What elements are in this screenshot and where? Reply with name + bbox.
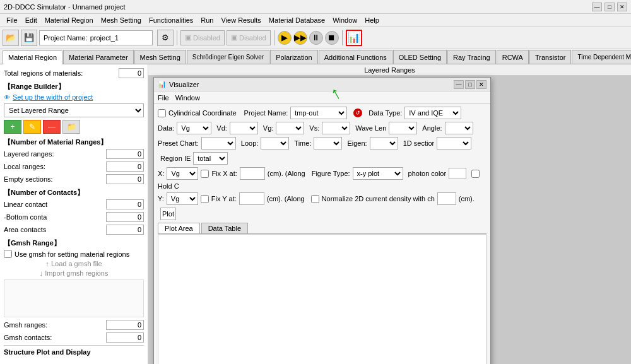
folder-range-btn[interactable]: 📁 <box>62 120 80 134</box>
time-select[interactable] <box>314 137 342 150</box>
delete-range-btn[interactable]: — <box>43 120 61 134</box>
total-regions-label: Total regions of materials: <box>4 69 119 77</box>
menu-mesh-setting[interactable]: Mesh Setting <box>97 16 145 25</box>
normalize-input[interactable] <box>437 192 456 205</box>
id-sector-label: 1D sectior <box>403 139 435 147</box>
maximize-btn[interactable]: □ <box>604 3 615 11</box>
run-pause-btn[interactable]: ⏸ <box>309 31 323 45</box>
toolbar-project: Project Name: project_1 <box>39 30 153 45</box>
photon-color-box[interactable] <box>449 168 466 179</box>
tab-schrodinger[interactable]: Schrödinger Eigen Solver <box>187 50 269 64</box>
add-range-btn[interactable]: + <box>4 120 21 134</box>
gmsh-checkbox[interactable] <box>4 250 12 258</box>
tab-material-parameter[interactable]: Material Parameter <box>63 50 134 64</box>
minimize-btn[interactable]: — <box>592 3 602 11</box>
tab-time-dependent[interactable]: Time Dependent Module <box>572 50 631 64</box>
tab-ray-tracing[interactable]: Ray Tracing <box>447 50 496 64</box>
range-builder-header: 【Range Builder】 <box>4 82 144 91</box>
gmsh-contacts-input[interactable] <box>106 332 144 343</box>
tab-additional-functions[interactable]: Additional Functions <box>319 50 392 64</box>
run-stop-btn[interactable]: ⏹ <box>325 31 339 45</box>
tab-polarization[interactable]: Polarization <box>270 50 317 64</box>
vd-select[interactable] <box>230 122 258 134</box>
empty-sections-label: Empty sections: <box>4 175 106 183</box>
toolbar-disabled-btn-2[interactable]: ▣ Disabled <box>227 30 271 45</box>
fix-y-input[interactable] <box>239 192 264 205</box>
vis-tab-data-table[interactable]: Data Table <box>201 223 248 233</box>
area-contacts-input[interactable] <box>106 225 144 235</box>
toolbar-settings-btn[interactable]: ⚙ <box>157 30 174 46</box>
toolbar-open-btn[interactable]: 📂 <box>3 30 19 46</box>
structure-plot-label: Structure Plot and Display <box>4 348 91 356</box>
empty-sections-input[interactable] <box>106 174 144 184</box>
import-gmsh-btn[interactable]: ↓ Import gmsh regions <box>4 269 144 277</box>
vis-minimize-btn[interactable]: — <box>454 80 464 89</box>
total-regions-input[interactable] <box>119 68 144 78</box>
vg-select[interactable] <box>276 122 304 134</box>
toolbar: 📂 💾 Project Name: project_1 ⚙ ▣ Disabled… <box>0 26 631 49</box>
red-refresh-icon[interactable]: ↺ <box>353 109 362 117</box>
menu-window[interactable]: Window <box>329 16 361 25</box>
gmsh-range-header: 【Gmsh Range】 <box>4 238 144 248</box>
toolbar-save-btn[interactable]: 💾 <box>21 30 37 46</box>
menu-material-region[interactable]: Material Region <box>41 16 97 25</box>
tab-transistor[interactable]: Transistor <box>529 50 572 64</box>
eigen-select[interactable] <box>370 137 398 150</box>
menu-functionalities[interactable]: Functionalities <box>145 16 197 25</box>
vis-tab-plot-area[interactable]: Plot Area <box>158 223 200 233</box>
id-sector-select[interactable] <box>437 137 471 150</box>
loop-select[interactable] <box>261 137 289 150</box>
vis-menu-file[interactable]: File <box>158 94 169 102</box>
data-select[interactable]: Vg <box>177 122 211 134</box>
vs-select[interactable] <box>322 122 350 134</box>
menu-file[interactable]: File <box>3 16 21 25</box>
run-fast-btn[interactable]: ▶▶ <box>293 31 307 45</box>
tab-mesh-setting[interactable]: Mesh Setting <box>134 50 186 64</box>
toolbar-disabled-btn-1[interactable]: ▣ Disabled <box>180 30 225 45</box>
x-select[interactable]: Vg <box>167 167 198 180</box>
wavelen-select[interactable] <box>389 122 417 134</box>
region-id-select[interactable]: total <box>193 152 228 165</box>
menu-material-database[interactable]: Material Database <box>265 16 329 25</box>
gmsh-ranges-input[interactable] <box>106 320 144 330</box>
layered-ranges-input[interactable] <box>106 149 144 159</box>
project-name-select[interactable]: tmp-out <box>290 107 347 119</box>
fix-y-checkbox[interactable] <box>201 195 209 203</box>
bottom-contact-input[interactable] <box>106 212 144 222</box>
tab-rcwa[interactable]: RCWA <box>497 50 529 64</box>
load-gmsh-btn[interactable]: ↑ Load a gmsh file <box>4 260 144 267</box>
run-play-btn[interactable]: ▶ <box>278 31 292 45</box>
linear-contact-input[interactable] <box>106 199 144 209</box>
fix-x-checkbox[interactable] <box>201 170 209 178</box>
linear-contact-row: Linear contact <box>4 199 144 209</box>
menu-view-results[interactable]: View Results <box>217 16 264 25</box>
data-type-select[interactable]: IV and IQE <box>404 107 461 119</box>
menu-help[interactable]: Help <box>361 16 383 25</box>
y-select[interactable]: Vg <box>167 192 198 205</box>
hold-c-checkbox[interactable] <box>471 170 480 178</box>
fix-x-input[interactable] <box>240 167 265 180</box>
tab-oled-setting[interactable]: OLED Setting <box>393 50 447 64</box>
chart-btn[interactable]: 📊 <box>346 30 362 46</box>
vis-close-btn[interactable]: ✕ <box>476 80 487 89</box>
set-width-link[interactable]: Set up the width of project <box>13 93 93 101</box>
vis-menu-window[interactable]: Window <box>175 94 200 102</box>
set-layered-range-select[interactable]: Set Layered Range <box>4 103 144 117</box>
tab-material-region[interactable]: Material Region <box>3 50 62 64</box>
angle-select[interactable] <box>445 122 473 134</box>
edit-range-btn[interactable]: ✎ <box>23 120 41 134</box>
menu-bar: File Edit Material Region Mesh Setting F… <box>0 14 631 26</box>
preset-chart-select[interactable] <box>201 137 236 150</box>
plot-button[interactable]: Plot <box>160 208 176 220</box>
normalize-checkbox[interactable] <box>311 195 319 203</box>
cylindrical-checkbox[interactable] <box>158 109 166 117</box>
close-btn[interactable]: ✕ <box>617 3 627 11</box>
menu-edit[interactable]: Edit <box>21 16 41 25</box>
vis-maximize-btn[interactable]: □ <box>465 80 475 89</box>
local-ranges-input[interactable] <box>106 161 144 172</box>
menu-run[interactable]: Run <box>197 16 217 25</box>
vis-plot-area <box>158 234 487 364</box>
vis-chart-icon: 📊 <box>158 80 167 88</box>
figure-type-select[interactable]: x-y plot <box>353 167 403 180</box>
layered-ranges-label: Layered ranges: <box>4 150 106 158</box>
